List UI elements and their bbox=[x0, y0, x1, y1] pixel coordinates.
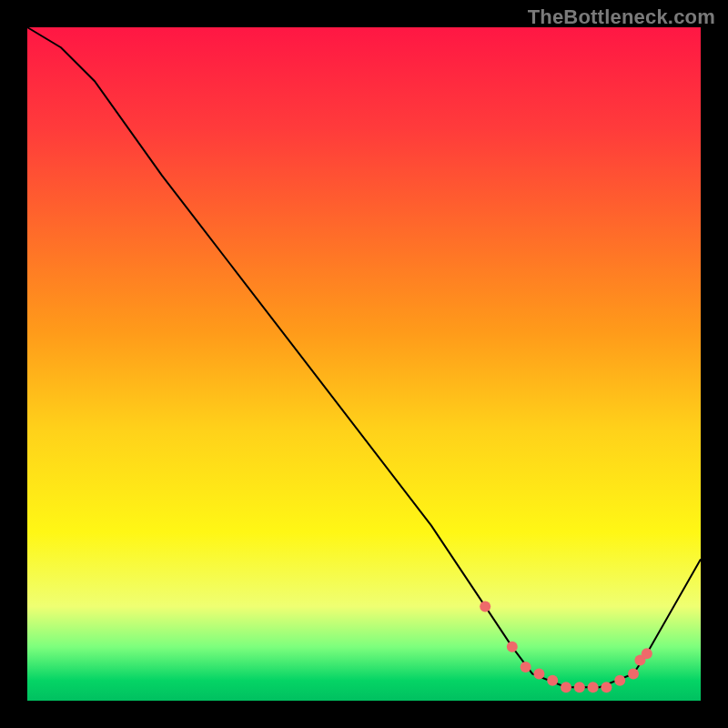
curve-marker bbox=[614, 675, 625, 686]
curve-marker bbox=[507, 642, 518, 652]
curve-marker bbox=[642, 648, 652, 659]
bottleneck-curve-chart bbox=[0, 0, 728, 728]
curve-marker bbox=[588, 682, 599, 693]
curve-marker bbox=[480, 601, 490, 612]
curve-marker bbox=[574, 682, 585, 693]
chart-container: TheBottleneck.com bbox=[0, 0, 728, 728]
watermark-label: TheBottleneck.com bbox=[528, 5, 715, 29]
curve-marker bbox=[561, 682, 571, 693]
curve-marker bbox=[601, 682, 612, 693]
curve-marker bbox=[628, 668, 639, 679]
curve-marker bbox=[533, 668, 544, 679]
curve-marker bbox=[547, 675, 558, 686]
curve-marker bbox=[521, 662, 531, 672]
